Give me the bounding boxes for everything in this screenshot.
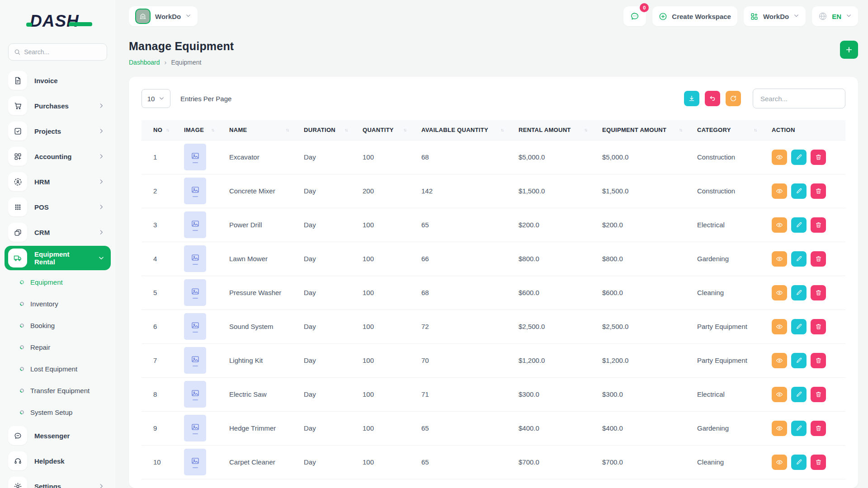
delete-button[interactable] xyxy=(811,183,826,199)
sort-icon[interactable]: ↑↓ xyxy=(679,127,684,132)
sidebar-item-purchases[interactable]: Purchases xyxy=(6,93,109,118)
sidebar-subitem-transfer-equipment[interactable]: Transfer Equipment xyxy=(6,380,109,401)
sidebar-search[interactable] xyxy=(8,43,107,61)
sidebar-search-input[interactable] xyxy=(24,48,101,56)
equipment-image-placeholder[interactable] xyxy=(184,178,206,204)
sort-icon[interactable]: ↑↓ xyxy=(500,127,506,132)
equipment-image-placeholder[interactable] xyxy=(184,449,206,475)
sidebar-item-projects[interactable]: Projects xyxy=(6,118,109,144)
sidebar-subitem-label: System Setup xyxy=(30,408,72,416)
edit-button[interactable] xyxy=(791,353,807,368)
view-button[interactable] xyxy=(772,387,787,402)
sort-icon[interactable]: ↑↓ xyxy=(403,127,409,132)
sort-icon[interactable]: ↑↓ xyxy=(344,127,350,132)
edit-button[interactable] xyxy=(791,455,807,470)
breadcrumb-dashboard-link[interactable]: Dashboard xyxy=(129,59,160,66)
sidebar-subitem-system-setup[interactable]: System Setup xyxy=(6,401,109,423)
edit-button[interactable] xyxy=(791,150,807,165)
edit-button[interactable] xyxy=(791,319,807,334)
sidebar-item-accounting[interactable]: Accounting xyxy=(6,144,109,169)
view-button[interactable] xyxy=(772,183,787,199)
equipment-image-placeholder[interactable] xyxy=(184,245,206,272)
delete-button[interactable] xyxy=(811,251,826,267)
edit-button[interactable] xyxy=(791,217,807,233)
view-button[interactable] xyxy=(772,251,787,267)
view-button[interactable] xyxy=(772,217,787,233)
col-header-no[interactable]: NO↑↓ xyxy=(142,120,178,140)
delete-button[interactable] xyxy=(811,150,826,165)
equipment-image-placeholder[interactable] xyxy=(184,279,206,306)
language-selector[interactable]: EN xyxy=(812,6,858,26)
chevron-right-icon xyxy=(98,483,104,488)
sort-icon[interactable]: ↑↓ xyxy=(584,127,590,132)
export-button[interactable] xyxy=(684,91,699,106)
sidebar-subitem-inventory[interactable]: Inventory xyxy=(6,293,109,314)
view-button[interactable] xyxy=(772,353,787,368)
delete-button[interactable] xyxy=(811,387,826,402)
equipment-image-placeholder[interactable] xyxy=(184,415,206,441)
col-header-image[interactable]: IMAGE↑↓ xyxy=(178,120,223,140)
app-logo[interactable]: DASH xyxy=(6,0,109,39)
view-button[interactable] xyxy=(772,421,787,436)
equipment-image-placeholder[interactable] xyxy=(184,347,206,374)
view-button[interactable] xyxy=(772,150,787,165)
sidebar-item-hrm[interactable]: HRM xyxy=(6,169,109,194)
delete-button[interactable] xyxy=(811,285,826,300)
sort-icon[interactable]: ↑↓ xyxy=(211,127,217,132)
sort-icon[interactable]: ↑↓ xyxy=(754,127,759,132)
sidebar-item-pos[interactable]: POS xyxy=(6,194,109,220)
undo-button[interactable] xyxy=(705,91,720,106)
image-placeholder-line xyxy=(193,230,198,231)
equipment-image-placeholder[interactable] xyxy=(184,211,206,238)
sort-icon[interactable]: ↑↓ xyxy=(286,127,291,132)
equipment-image-placeholder[interactable] xyxy=(184,313,206,340)
col-header-quantity[interactable]: QUANTITY↑↓ xyxy=(356,120,415,140)
sidebar-item-helpdesk[interactable]: Helpdesk xyxy=(6,448,109,474)
view-button[interactable] xyxy=(772,319,787,334)
sort-icon[interactable]: ↑↓ xyxy=(166,127,171,132)
messages-button[interactable]: 0 xyxy=(623,6,646,26)
edit-button[interactable] xyxy=(791,285,807,300)
search-icon xyxy=(14,48,20,56)
view-button[interactable] xyxy=(772,455,787,470)
refresh-button[interactable] xyxy=(726,91,741,106)
sidebar-item-label: Settings xyxy=(34,483,91,488)
entries-per-page-select[interactable]: 10 xyxy=(142,89,170,108)
equipment-image-placeholder[interactable] xyxy=(184,144,206,170)
col-header-category[interactable]: CATEGORY↑↓ xyxy=(691,120,765,140)
sidebar-subitem-repair[interactable]: Repair xyxy=(6,336,109,358)
sidebar-item-crm[interactable]: CRM xyxy=(6,220,109,245)
delete-button[interactable] xyxy=(811,217,826,233)
image-icon xyxy=(191,151,200,160)
edit-button[interactable] xyxy=(791,251,807,267)
col-header-name[interactable]: NAME↑↓ xyxy=(223,120,297,140)
sidebar-subitem-booking[interactable]: Booking xyxy=(6,314,109,336)
truck-icon xyxy=(8,249,27,267)
view-button[interactable] xyxy=(772,285,787,300)
edit-button[interactable] xyxy=(791,387,807,402)
sidebar-item-invoice[interactable]: Invoice xyxy=(6,68,109,93)
sidebar-item-settings[interactable]: Settings xyxy=(6,474,109,488)
equipment-image-placeholder[interactable] xyxy=(184,381,206,408)
col-header-available-quantity[interactable]: AVAILABLE QUANTITY↑↓ xyxy=(415,120,512,140)
sidebar-subitem-equipment[interactable]: Equipment xyxy=(6,271,109,293)
col-header-equipment-amount[interactable]: EQUIPMENT AMOUNT↑↓ xyxy=(596,120,691,140)
create-workspace-button[interactable]: Create Workspace xyxy=(652,6,737,26)
edit-button[interactable] xyxy=(791,183,807,199)
delete-button[interactable] xyxy=(811,455,826,470)
sidebar-item-equipment-rental[interactable]: Equipment Rental xyxy=(5,246,111,270)
sidebar-item-messenger[interactable]: Messenger xyxy=(6,423,109,448)
delete-button[interactable] xyxy=(811,319,826,334)
col-header-duration[interactable]: DURATION↑↓ xyxy=(297,120,356,140)
sidebar-subitem-lost-equipment[interactable]: Lost Equipment xyxy=(6,358,109,380)
delete-button[interactable] xyxy=(811,353,826,368)
workspace-selector[interactable]: WorkDo xyxy=(129,6,198,26)
pencil-icon xyxy=(796,459,802,465)
logo-text: DASH xyxy=(30,12,79,30)
workdo-menu-button[interactable]: WorkDo xyxy=(744,6,806,26)
table-search-input[interactable] xyxy=(753,89,845,108)
col-header-rental-amount[interactable]: RENTAL AMOUNT↑↓ xyxy=(512,120,596,140)
edit-button[interactable] xyxy=(791,421,807,436)
add-equipment-button[interactable] xyxy=(840,41,858,59)
delete-button[interactable] xyxy=(811,421,826,436)
